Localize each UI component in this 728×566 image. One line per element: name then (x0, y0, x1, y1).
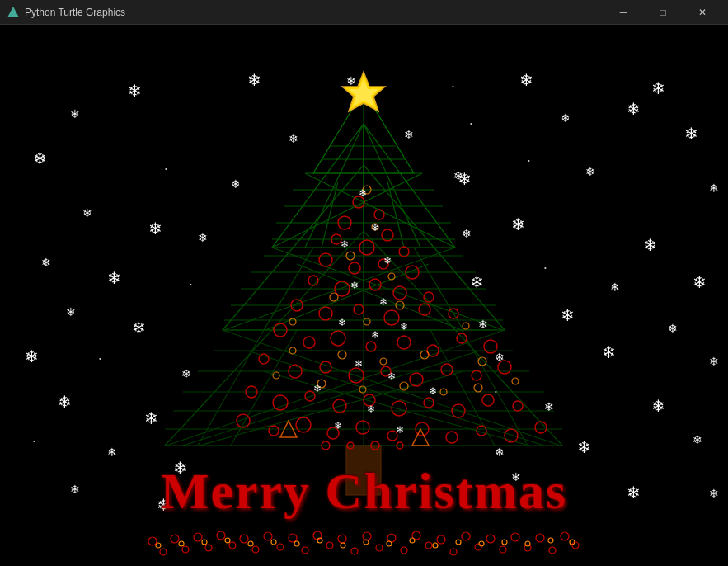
snowflake: ❄ (148, 219, 162, 238)
svg-point-204 (341, 543, 345, 548)
svg-point-194 (561, 532, 569, 540)
snowflake: ❄ (25, 347, 39, 366)
snowflake: • (452, 83, 454, 90)
merry-christmas-text: Merry Christmas (161, 462, 567, 521)
titlebar-title: Python Turtle Graphics (25, 7, 604, 18)
snowflake: ❄ (58, 392, 72, 412)
snowflake: ❄ (82, 206, 92, 219)
svg-text:❄: ❄ (371, 329, 379, 341)
svg-point-192 (536, 534, 544, 542)
snowflake: ❄ (107, 446, 117, 459)
svg-point-188 (486, 535, 495, 543)
snowflake: ❄ (544, 400, 554, 413)
svg-point-200 (248, 541, 253, 546)
svg-point-171 (277, 544, 284, 550)
snowflake: ❄ (70, 107, 80, 120)
svg-point-184 (437, 535, 445, 544)
svg-point-211 (502, 540, 507, 545)
svg-point-190 (511, 533, 519, 541)
snowflake: ❄ (346, 74, 356, 87)
svg-point-176 (338, 535, 346, 543)
bottom-ornaments-svg (0, 521, 728, 566)
snowflake: ❄ (668, 322, 678, 335)
snowflake: ❄ (561, 305, 575, 325)
svg-text:❄: ❄ (371, 222, 379, 233)
svg-text:❄: ❄ (429, 385, 437, 397)
snowflake: ❄ (585, 165, 595, 178)
svg-text:❄: ❄ (383, 255, 392, 266)
maximize-button[interactable]: □ (644, 0, 682, 25)
snowflake: ❄ (577, 437, 591, 457)
snowflake: ❄ (627, 483, 641, 502)
snowflake: ❄ (643, 235, 657, 255)
svg-point-186 (462, 532, 470, 540)
svg-point-167 (229, 542, 236, 549)
snowflake: ❄ (198, 231, 208, 244)
snowflake: • (470, 120, 472, 127)
snowflake: ❄ (651, 396, 665, 416)
svg-point-177 (351, 548, 358, 554)
snowflake: • (165, 165, 167, 172)
snowflake: ❄ (684, 124, 698, 144)
snowflake: ❄ (70, 483, 80, 496)
svg-text:❄: ❄ (341, 238, 349, 250)
svg-point-178 (363, 532, 371, 540)
snowflake: ❄ (462, 227, 472, 240)
snowflake: ❄ (709, 182, 719, 195)
svg-point-185 (450, 549, 457, 555)
svg-point-208 (433, 543, 438, 548)
svg-point-196 (156, 543, 161, 548)
snowflake: • (190, 281, 192, 288)
svg-point-193 (549, 547, 556, 554)
svg-point-187 (475, 544, 481, 550)
svg-point-207 (410, 538, 415, 543)
snowflake: ❄ (693, 433, 702, 446)
svg-point-163 (182, 546, 189, 553)
svg-point-189 (500, 546, 506, 553)
svg-text:❄: ❄ (396, 424, 404, 436)
svg-point-165 (205, 545, 212, 551)
svg-text:❄: ❄ (387, 370, 396, 382)
titlebar: Python Turtle Graphics ─ □ ✕ (0, 0, 728, 25)
snowflake: ❄ (231, 177, 241, 191)
snowflake: ❄ (128, 81, 142, 101)
svg-point-166 (217, 531, 225, 540)
snowflake: ❄ (709, 355, 719, 368)
svg-text:❄: ❄ (379, 296, 387, 308)
svg-point-169 (252, 546, 259, 553)
snowflake: • (99, 355, 101, 362)
snowflake: ❄ (289, 132, 298, 145)
svg-point-199 (225, 538, 230, 543)
snowflake: ❄ (453, 169, 463, 182)
snowflake: • (528, 157, 530, 164)
snowflake: ❄ (144, 408, 158, 428)
snowflake: ❄ (404, 128, 414, 141)
snowflake: ❄ (561, 111, 571, 125)
svg-point-172 (289, 534, 297, 542)
svg-point-173 (302, 547, 308, 554)
svg-point-168 (240, 535, 248, 543)
snowflake: ❄ (181, 367, 191, 380)
svg-point-179 (376, 545, 383, 551)
snowflake: • (33, 437, 35, 445)
snowflake: ❄ (610, 281, 620, 294)
canvas-area: ❄ ❄ ❄ ❄ ❄ ❄ ❄ ❄ ❄ ❄ ❄ ❄ ❄ ❄ ❄ ❄ ❄❄❄•❄❄❄❄… (0, 25, 728, 566)
snowflake: • (544, 264, 547, 271)
minimize-button[interactable]: ─ (604, 0, 642, 25)
window-controls: ─ □ ✕ (604, 0, 721, 25)
snowflake: ❄ (495, 446, 505, 459)
svg-point-162 (171, 535, 179, 543)
app-icon (7, 6, 20, 19)
svg-point-201 (271, 540, 276, 545)
svg-text:❄: ❄ (334, 420, 342, 432)
snowflake: ❄ (495, 351, 505, 364)
svg-point-206 (387, 541, 392, 546)
svg-point-213 (548, 538, 553, 543)
svg-point-202 (294, 541, 299, 546)
svg-text:❄: ❄ (400, 321, 408, 333)
snowflake: ❄ (66, 305, 76, 318)
svg-text:❄: ❄ (350, 280, 359, 291)
snowflake: ❄ (519, 70, 533, 90)
close-button[interactable]: ✕ (683, 0, 721, 25)
snowflake: ❄ (693, 272, 707, 292)
